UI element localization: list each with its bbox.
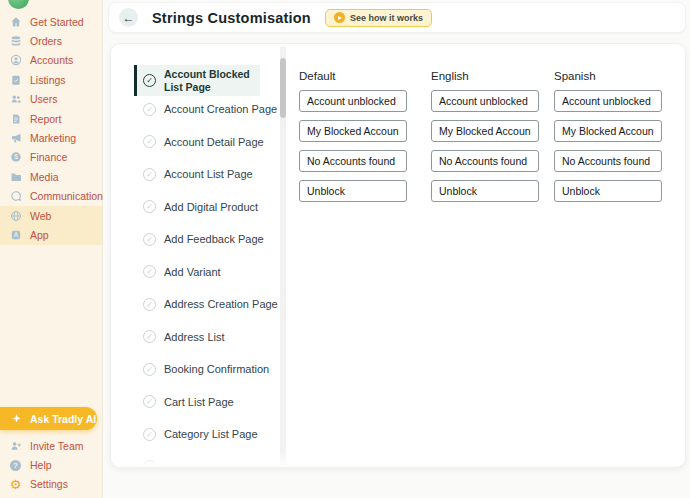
sidebar-menu: Get Started Orders Accounts Listings Use… xyxy=(0,12,102,245)
svg-text:$: $ xyxy=(14,154,18,161)
globe-icon xyxy=(9,210,22,222)
page-label: Address Creation Page xyxy=(164,298,278,310)
sidebar-item-label: Web xyxy=(30,210,51,222)
string-input-default[interactable] xyxy=(299,180,407,202)
see-how-it-works-label: See how it works xyxy=(350,13,423,23)
page-label: Booking Confirmation xyxy=(164,363,269,375)
sidebar-item-label: Marketing xyxy=(30,132,76,144)
app-icon: A xyxy=(9,229,22,241)
sidebar-item-label: Finance xyxy=(30,151,67,163)
column-english: English xyxy=(431,70,541,210)
pages-list-item[interactable]: ✓ Cart List Page xyxy=(143,394,234,410)
pages-list-item[interactable]: ✓ Add Digital Product xyxy=(143,199,258,215)
sidebar-item-web[interactable]: Web xyxy=(0,206,102,225)
string-input-english[interactable] xyxy=(431,180,539,202)
sidebar-item-users[interactable]: Users xyxy=(0,90,102,109)
string-input-default[interactable] xyxy=(299,90,407,112)
page-title: Strings Customisation xyxy=(152,10,311,26)
account-icon xyxy=(9,54,22,66)
pages-list-item[interactable]: ✓ Address List xyxy=(143,329,225,345)
column-header: Default xyxy=(299,70,409,90)
sidebar-item-invite-team[interactable]: Invite Team xyxy=(0,436,102,455)
sidebar-item-marketing[interactable]: Marketing xyxy=(0,128,102,147)
string-input-english[interactable] xyxy=(431,90,539,112)
sidebar-item-communication[interactable]: Communication xyxy=(0,187,102,206)
string-input-spanish[interactable] xyxy=(554,120,662,142)
app-root: Get Started Orders Accounts Listings Use… xyxy=(0,0,690,498)
pages-list-item[interactable]: ✓ Address Creation Page xyxy=(143,296,278,312)
string-input-spanish[interactable] xyxy=(554,90,662,112)
page-label: Account Detail Page xyxy=(164,136,264,148)
list-bottom-fade xyxy=(111,451,291,467)
string-input-default[interactable] xyxy=(299,120,407,142)
check-circle-icon: ✓ xyxy=(143,298,156,311)
string-input-spanish[interactable] xyxy=(554,150,662,172)
sparkle-icon xyxy=(10,413,23,424)
sidebar-item-label: App xyxy=(30,229,49,241)
check-circle-icon: ✓ xyxy=(143,363,156,376)
check-circle-icon: ✓ xyxy=(143,168,156,181)
sidebar-item-label: Users xyxy=(30,93,57,105)
strings-panel: ✓ Account Blocked List Page ✓ Account Cr… xyxy=(110,43,686,468)
sidebar-item-media[interactable]: Media xyxy=(0,167,102,186)
string-input-default[interactable] xyxy=(299,150,407,172)
check-circle-icon: ✓ xyxy=(143,200,156,213)
pages-list-item[interactable]: ✓ Account Creation Page xyxy=(143,101,277,117)
play-icon xyxy=(334,12,345,23)
column-header: Spanish xyxy=(554,70,664,90)
pages-list-item[interactable]: ✓ Booking Confirmation xyxy=(143,361,269,377)
gear-icon: ⚙ xyxy=(9,478,22,491)
sidebar-item-help[interactable]: ? Help xyxy=(0,455,102,474)
svg-text:A: A xyxy=(13,231,18,238)
sidebar-item-listings[interactable]: Listings xyxy=(0,70,102,89)
sidebar-item-finance[interactable]: $ Finance xyxy=(0,148,102,167)
check-circle-icon: ✓ xyxy=(143,135,156,148)
string-input-english[interactable] xyxy=(431,120,539,142)
logo[interactable] xyxy=(8,0,29,9)
pages-list-item[interactable]: ✓ Category List Page xyxy=(143,426,258,442)
page-label: Cart List Page xyxy=(164,396,234,408)
invite-team-icon xyxy=(9,440,22,452)
dollar-circle-icon: $ xyxy=(9,151,22,163)
sidebar-item-label: Orders xyxy=(30,35,62,47)
pages-list-item[interactable]: ✓ Account Detail Page xyxy=(143,134,264,150)
string-input-english[interactable] xyxy=(431,150,539,172)
sidebar-item-get-started[interactable]: Get Started xyxy=(0,12,102,31)
pages-list-item[interactable]: ✓ Add Feedback Page xyxy=(143,231,264,247)
page-label: Account List Page xyxy=(164,168,253,180)
sidebar-item-label: Get Started xyxy=(30,16,84,28)
home-icon xyxy=(9,16,22,28)
chat-bubble-icon xyxy=(9,190,22,202)
sidebar-item-settings[interactable]: ⚙ Settings xyxy=(0,475,102,494)
pages-list-item[interactable]: ✓ Add Variant xyxy=(143,264,221,280)
back-arrow-icon: ← xyxy=(123,12,135,24)
sidebar-item-label: Media xyxy=(30,171,59,183)
page-header: ← Strings Customisation See how it works xyxy=(108,2,686,33)
sidebar-item-orders[interactable]: Orders xyxy=(0,31,102,50)
pages-scrollbar-thumb[interactable] xyxy=(280,58,286,118)
listings-icon xyxy=(9,74,22,86)
sidebar-item-label: Listings xyxy=(30,74,66,86)
ask-tradly-ai-button[interactable]: Ask Tradly AI xyxy=(0,407,97,430)
pages-list-item-selected[interactable]: ✓ Account Blocked List Page xyxy=(134,65,260,96)
pages-list-item-partial[interactable]: ✓ xyxy=(143,458,156,468)
sidebar-item-app[interactable]: A App xyxy=(0,225,102,244)
page-label: Add Digital Product xyxy=(164,201,258,213)
see-how-it-works-button[interactable]: See how it works xyxy=(325,9,432,27)
sidebar-item-report[interactable]: Report xyxy=(0,109,102,128)
sidebar-item-label: Invite Team xyxy=(30,440,84,452)
megaphone-icon xyxy=(9,132,22,144)
sidebar-item-accounts[interactable]: Accounts xyxy=(0,51,102,70)
column-spanish: Spanish xyxy=(554,70,664,210)
help-icon: ? xyxy=(9,460,22,471)
check-circle-icon: ✓ xyxy=(143,74,156,87)
page-label: Add Feedback Page xyxy=(164,233,264,245)
pages-scrollbar-track[interactable] xyxy=(280,46,286,465)
ask-tradly-ai-label: Ask Tradly AI xyxy=(30,413,96,425)
pages-list-item[interactable]: ✓ Account List Page xyxy=(143,166,253,182)
back-button[interactable]: ← xyxy=(119,8,138,27)
string-input-spanish[interactable] xyxy=(554,180,662,202)
check-circle-icon: ✓ xyxy=(143,460,156,469)
sidebar-item-label: Help xyxy=(30,459,52,471)
page-label: Address List xyxy=(164,331,225,343)
